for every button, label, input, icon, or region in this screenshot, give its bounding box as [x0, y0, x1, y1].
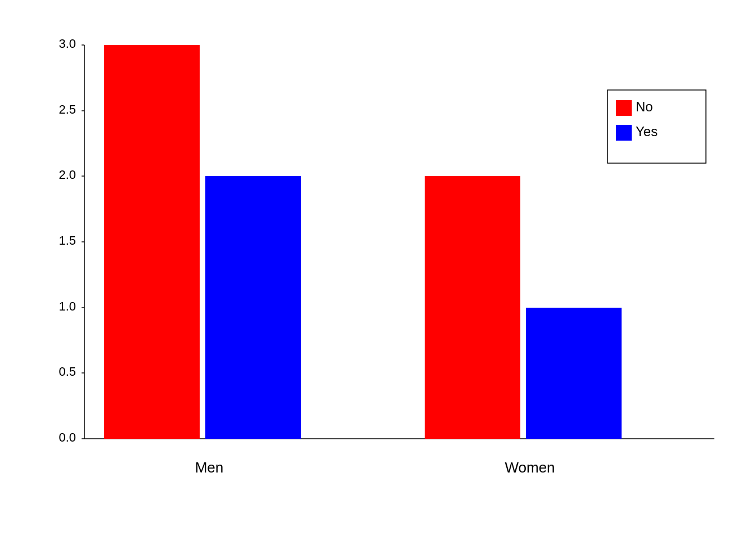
men-label: Men: [195, 459, 224, 476]
men-no-bar: [104, 45, 200, 439]
chart-svg: 0.0 0.5 1.0 1.5 2.0 2.5 3.0 Men: [0, 0, 756, 540]
y-tick-05: 0.5: [58, 364, 76, 379]
women-yes-bar: [526, 308, 622, 439]
y-tick-15: 1.5: [58, 233, 76, 248]
women-no-bar: [425, 176, 520, 439]
legend-yes-label: Yes: [636, 124, 658, 139]
women-label: Women: [505, 459, 555, 476]
y-tick-3: 3.0: [58, 37, 76, 51]
y-tick-25: 2.5: [58, 102, 76, 116]
legend-no-swatch: [616, 100, 632, 116]
legend-no-label: No: [636, 99, 653, 114]
chart-container: 0.0 0.5 1.0 1.5 2.0 2.5 3.0 Men: [0, 0, 756, 540]
y-tick-0: 0.0: [58, 430, 76, 444]
y-tick-1: 1.0: [58, 299, 76, 313]
men-yes-bar: [205, 176, 301, 439]
y-tick-2: 2.0: [58, 168, 76, 182]
legend-yes-swatch: [616, 125, 632, 141]
